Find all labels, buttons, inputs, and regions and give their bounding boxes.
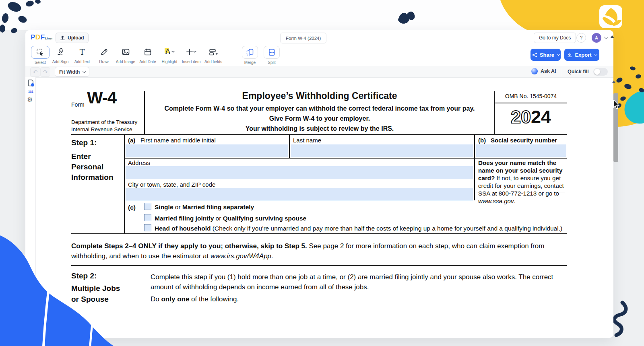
step2-heading: Step 2: bbox=[71, 272, 97, 280]
logo-suffix: Liner bbox=[45, 37, 53, 40]
logo-letter-p: P bbox=[31, 33, 35, 41]
split-icon bbox=[268, 48, 276, 56]
upload-button[interactable]: Upload bbox=[56, 33, 89, 43]
settings-gear-icon[interactable]: ⚙ bbox=[27, 96, 33, 103]
redo-icon: ↷ bbox=[43, 69, 48, 75]
first-name-input[interactable] bbox=[126, 144, 288, 157]
field-b-prefix: (b) bbox=[478, 137, 486, 144]
share-label: Share bbox=[540, 52, 554, 58]
pdfliner-logo[interactable]: PDFLiner bbox=[31, 33, 53, 41]
city-label: City or town, state, and ZIP code bbox=[128, 181, 215, 188]
ask-ai-button[interactable]: Ask AI bbox=[531, 68, 556, 74]
last-name-input[interactable] bbox=[291, 144, 473, 157]
export-button[interactable]: Export bbox=[564, 49, 599, 61]
pages-panel-button[interactable]: 1/4 bbox=[27, 79, 35, 94]
undo-button[interactable]: ↶ bbox=[30, 67, 40, 77]
tool-highlight-label: Highlight bbox=[159, 60, 180, 64]
field-a-prefix: (a) bbox=[128, 137, 135, 144]
draw-icon bbox=[100, 48, 108, 56]
form-title: Employee’s Withholding Certificate bbox=[145, 91, 494, 101]
step1-sub1: Enter bbox=[71, 152, 91, 161]
go-to-docs-label: Go to my Docs bbox=[539, 35, 571, 41]
tool-add-image[interactable]: Add Image bbox=[115, 46, 136, 64]
add-date-icon bbox=[144, 48, 152, 56]
form-line bbox=[124, 158, 567, 159]
pdfliner-tile-logo bbox=[599, 5, 622, 28]
tool-draw[interactable]: Draw bbox=[93, 46, 115, 64]
form-line bbox=[71, 265, 567, 266]
upload-label: Upload bbox=[68, 35, 84, 41]
zoom-mode-chevron-icon bbox=[83, 70, 86, 73]
form-line bbox=[71, 233, 567, 234]
city-input[interactable] bbox=[126, 188, 473, 201]
zoom-mode-label: Fit Width bbox=[59, 69, 80, 75]
tool-add-fields[interactable]: Add fields bbox=[202, 46, 224, 64]
pages-icon bbox=[27, 79, 34, 87]
address-label: Address bbox=[128, 159, 150, 166]
form-number: W-4 bbox=[87, 88, 116, 107]
tool-insert-item-label: Insert item bbox=[180, 60, 202, 64]
export-label: Export bbox=[575, 52, 591, 58]
form-line bbox=[71, 134, 567, 135]
logo-letter-d: D bbox=[35, 33, 41, 41]
ask-ai-label: Ask AI bbox=[541, 68, 556, 74]
tool-highlight[interactable]: Highlight bbox=[159, 46, 180, 64]
add-image-icon bbox=[122, 48, 130, 56]
avatar[interactable]: A bbox=[592, 33, 601, 43]
address-input[interactable] bbox=[126, 166, 473, 179]
tool-merge-label: Merge bbox=[239, 60, 261, 65]
share-button[interactable]: Share bbox=[530, 49, 561, 61]
tool-select-label: Select bbox=[29, 60, 51, 65]
page-indicator: 1/4 bbox=[27, 89, 35, 94]
form-year: 2024 bbox=[495, 107, 567, 128]
tool-insert-item[interactable]: Insert item bbox=[180, 46, 202, 64]
highlight-icon bbox=[164, 48, 175, 56]
single-checkbox[interactable] bbox=[144, 203, 151, 210]
document-title: Form W-4 (2024) bbox=[280, 33, 326, 43]
tool-add-text-label: Add Text bbox=[71, 60, 93, 64]
tool-select[interactable]: Select bbox=[29, 46, 51, 65]
step2-instruction: Do only one of the following. bbox=[151, 295, 239, 303]
form-divider bbox=[289, 135, 290, 158]
export-icon bbox=[567, 52, 572, 58]
tool-add-sign[interactable]: Add Sign bbox=[50, 46, 71, 64]
go-to-docs-button[interactable]: Go to my Docs bbox=[534, 33, 576, 43]
step1-sub2: Personal bbox=[71, 163, 103, 171]
share-icon bbox=[532, 52, 537, 58]
head-of-household-checkbox[interactable] bbox=[144, 224, 151, 231]
tool-split-label: Split bbox=[261, 60, 283, 65]
desktop: PDFLiner Upload Form W-4 (2024) Go to my… bbox=[0, 0, 644, 346]
form-line bbox=[494, 103, 567, 103]
ssn-input[interactable] bbox=[476, 144, 566, 157]
tool-add-image-label: Add Image bbox=[115, 60, 136, 64]
dept-line2: Internal Revenue Service bbox=[71, 126, 137, 133]
tool-split[interactable]: Split bbox=[261, 46, 283, 65]
ask-ai-icon bbox=[531, 68, 538, 74]
married-jointly-checkbox[interactable] bbox=[144, 214, 151, 221]
tool-add-date-label: Add Date bbox=[137, 60, 159, 64]
field-c-prefix: (c) bbox=[128, 204, 136, 211]
form-divider bbox=[124, 134, 125, 234]
quick-fill-label: Quick fill bbox=[568, 69, 589, 74]
form-line bbox=[124, 201, 474, 201]
navy-squiggle-bottom bbox=[614, 303, 626, 335]
form-subtitle-1: Complete Form W-4 so that your employer … bbox=[145, 105, 494, 112]
add-text-icon: T bbox=[71, 46, 93, 58]
form-line bbox=[124, 180, 474, 180]
tool-merge[interactable]: Merge bbox=[239, 46, 261, 65]
step2-paragraph: Complete this step if you (1) hold more … bbox=[151, 272, 557, 292]
tool-add-date[interactable]: Add Date bbox=[137, 46, 159, 64]
zoom-mode-dropdown[interactable]: Fit Width bbox=[55, 67, 89, 77]
form-divider bbox=[474, 135, 475, 200]
form-subtitle-3: Your withholding is subject to review by… bbox=[145, 125, 494, 132]
tool-add-text[interactable]: T Add Text bbox=[71, 46, 93, 64]
year-outline: 20 bbox=[511, 107, 531, 127]
undo-icon: ↶ bbox=[33, 69, 38, 75]
redo-button[interactable]: ↷ bbox=[40, 67, 50, 77]
help-button[interactable]: ? bbox=[576, 33, 586, 43]
app-window: PDFLiner Upload Form W-4 (2024) Go to my… bbox=[25, 30, 613, 338]
divider bbox=[562, 68, 562, 76]
quick-fill-toggle[interactable] bbox=[593, 68, 608, 76]
step2-sub1: Multiple Jobs bbox=[71, 284, 120, 293]
help-icon: ? bbox=[580, 35, 583, 41]
